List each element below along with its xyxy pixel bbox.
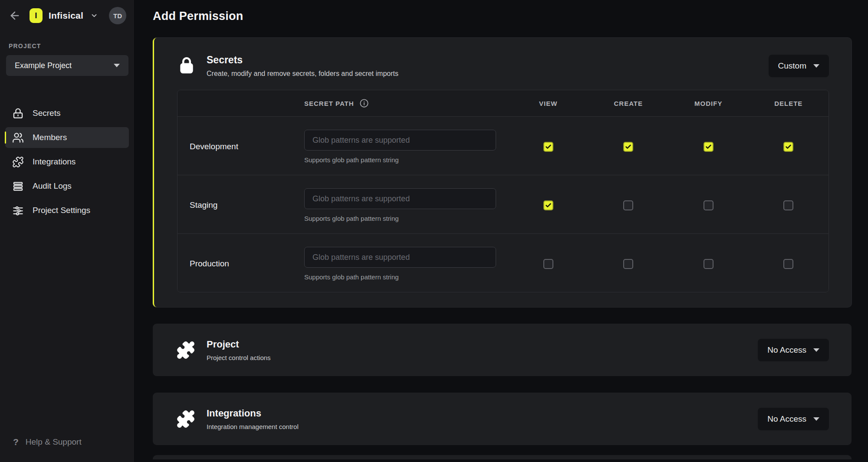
env-label: Development	[178, 142, 304, 151]
secret-path-cell: Supports glob path pattern string	[304, 130, 508, 164]
table-row-production: Production Supports glob path pattern st…	[178, 234, 829, 292]
secrets-permission-card: Secrets Create, modify and remove secret…	[153, 38, 852, 307]
view-checkbox[interactable]	[543, 200, 553, 210]
sidebar-nav: Secrets Members Integrations Audit Log	[0, 103, 134, 221]
column-header-delete: DELETE	[749, 100, 829, 107]
delete-checkbox[interactable]	[783, 200, 793, 210]
modify-checkbox-cell	[668, 259, 749, 269]
project-access-level-dropdown[interactable]: No Access	[758, 339, 829, 361]
create-checkbox-cell	[589, 142, 669, 152]
sidebar-item-audit-logs[interactable]: Audit Logs	[5, 176, 129, 197]
sidebar-item-label: Integrations	[33, 157, 76, 167]
delete-checkbox-cell	[749, 200, 829, 210]
secret-path-input[interactable]	[304, 130, 496, 151]
sidebar-item-label: Project Settings	[33, 206, 90, 215]
caret-down-icon	[813, 348, 819, 352]
project-select-value: Example Project	[15, 61, 72, 70]
view-checkbox-cell	[508, 200, 589, 210]
secret-path-helper: Supports glob path pattern string	[304, 156, 496, 164]
sidebar-item-secrets[interactable]: Secrets	[5, 103, 129, 124]
table-row-development: Development Supports glob path pattern s…	[178, 117, 829, 175]
column-header-modify: MODIFY	[668, 100, 749, 107]
integrations-card-title: Integrations	[207, 408, 299, 419]
view-checkbox[interactable]	[543, 142, 553, 152]
create-checkbox[interactable]	[623, 200, 633, 210]
rows-icon	[12, 180, 24, 192]
question-mark-icon: ?	[13, 437, 19, 447]
project-section-label: PROJECT	[9, 43, 128, 49]
integrations-permission-card: Integrations Integration management cont…	[153, 393, 852, 445]
project-access-level-value: No Access	[767, 345, 806, 355]
project-permission-card: Project Project control actions No Acces…	[153, 324, 852, 376]
page-title: Add Permission	[153, 10, 852, 23]
next-card-peek	[153, 455, 852, 459]
project-select[interactable]: Example Project	[6, 55, 128, 76]
info-icon[interactable]	[359, 98, 369, 108]
lock-icon	[12, 108, 24, 119]
delete-checkbox[interactable]	[783, 142, 793, 152]
project-section: PROJECT Example Project	[0, 31, 134, 76]
sidebar: I Infisical TD PROJECT Example Project S…	[0, 0, 135, 462]
avatar[interactable]: TD	[109, 7, 126, 24]
caret-down-icon	[813, 417, 819, 421]
secrets-access-level-dropdown[interactable]: Custom	[769, 55, 829, 77]
view-checkbox[interactable]	[543, 259, 553, 269]
create-checkbox-cell	[589, 200, 669, 210]
secrets-permission-table: SECRET PATH VIEW CREATE MODIFY DELETE De…	[177, 90, 829, 292]
secret-path-helper: Supports glob path pattern string	[304, 215, 496, 222]
main-content: Add Permission Secrets Create, modify an…	[135, 0, 868, 462]
secrets-card-subtitle: Create, modify and remove secrets, folde…	[207, 70, 398, 78]
secret-path-cell: Supports glob path pattern string	[304, 188, 508, 222]
delete-checkbox-cell	[749, 259, 829, 269]
create-checkbox[interactable]	[623, 259, 633, 269]
sidebar-item-label: Secrets	[33, 108, 60, 118]
secrets-card-title: Secrets	[207, 54, 398, 66]
modify-checkbox-cell	[668, 142, 749, 152]
puzzle-filled-icon	[176, 340, 196, 360]
chevron-down-icon[interactable]	[90, 12, 98, 20]
secret-path-input[interactable]	[304, 247, 496, 268]
modify-checkbox[interactable]	[704, 142, 713, 152]
infisical-logo-icon: I	[30, 8, 43, 23]
table-row-staging: Staging Supports glob path pattern strin…	[178, 175, 829, 234]
column-header-view: VIEW	[508, 100, 589, 107]
env-label: Production	[178, 259, 304, 269]
lock-filled-icon	[177, 55, 196, 76]
integrations-access-level-value: No Access	[767, 414, 806, 424]
puzzle-icon	[12, 156, 24, 168]
column-header-create: CREATE	[589, 100, 669, 107]
integrations-card-titles: Integrations Integration management cont…	[207, 408, 299, 430]
view-checkbox-cell	[508, 259, 589, 269]
help-support-link[interactable]: ? Help & Support	[0, 437, 134, 462]
brand-name[interactable]: Infisical	[49, 10, 83, 21]
secrets-access-level-value: Custom	[778, 61, 806, 71]
view-checkbox-cell	[508, 142, 589, 152]
secrets-card-header: Secrets Create, modify and remove secret…	[177, 54, 829, 78]
users-icon	[12, 132, 24, 144]
integrations-access-level-dropdown[interactable]: No Access	[758, 408, 829, 430]
secret-path-input[interactable]	[304, 188, 496, 209]
sidebar-item-members[interactable]: Members	[5, 127, 129, 148]
caret-down-icon	[114, 64, 120, 67]
sidebar-header: I Infisical TD	[0, 0, 134, 31]
sidebar-item-integrations[interactable]: Integrations	[5, 151, 129, 172]
back-arrow-icon[interactable]	[9, 10, 21, 22]
secret-path-helper: Supports glob path pattern string	[304, 273, 496, 281]
puzzle-filled-icon	[176, 409, 196, 429]
active-indicator	[5, 131, 6, 144]
create-checkbox[interactable]	[623, 142, 633, 152]
sidebar-item-label: Members	[33, 133, 67, 142]
secret-path-header-label: SECRET PATH	[304, 100, 354, 107]
secrets-card-titles: Secrets Create, modify and remove secret…	[207, 54, 398, 78]
secret-path-cell: Supports glob path pattern string	[304, 247, 508, 281]
project-card-titles: Project Project control actions	[207, 339, 271, 361]
sidebar-item-project-settings[interactable]: Project Settings	[5, 200, 129, 221]
integrations-card-subtitle: Integration management control	[207, 423, 299, 430]
modify-checkbox[interactable]	[704, 259, 713, 269]
caret-down-icon	[813, 64, 819, 68]
table-header-row: SECRET PATH VIEW CREATE MODIFY DELETE	[178, 90, 829, 117]
sliders-icon	[12, 205, 24, 216]
modify-checkbox[interactable]	[704, 200, 713, 210]
env-label: Staging	[178, 200, 304, 210]
delete-checkbox[interactable]	[783, 259, 793, 269]
